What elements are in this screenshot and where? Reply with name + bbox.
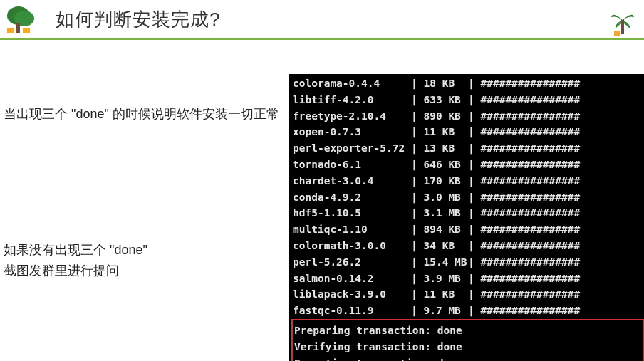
package-row: colorama-0.4.4| 18 KB| ################	[293, 75, 644, 92]
terminal-output: colorama-0.4.4| 18 KB| ################l…	[289, 74, 644, 361]
svg-rect-5	[621, 20, 624, 34]
package-row: perl-5.26.2| 15.4 MB| ################	[293, 254, 644, 271]
package-row: libtiff-4.2.0| 633 KB| ################	[293, 92, 644, 108]
transaction-line: Preparing transaction: done	[294, 323, 643, 339]
tree-left-icon	[6, 4, 38, 34]
transaction-list: Preparing transaction: doneVerifying tra…	[294, 323, 643, 361]
transaction-line: Verifying transaction: done	[294, 339, 643, 355]
package-row: liblapack-3.9.0| 11 KB| ################	[293, 286, 644, 303]
package-row: chardet-3.0.4| 170 KB| ################	[293, 173, 644, 189]
svg-rect-3	[7, 28, 14, 33]
package-row: freetype-2.10.4| 890 KB| ###############…	[293, 108, 644, 125]
package-list: colorama-0.4.4| 18 KB| ################l…	[293, 75, 644, 319]
package-row: fastqc-0.11.9| 9.7 MB| ################	[293, 303, 644, 319]
instruction-failure: 如果没有出现三个 "done" 截图发群里进行提问	[0, 240, 289, 281]
package-row: salmon-0.14.2| 3.9 MB| ################	[293, 271, 644, 287]
svg-rect-4	[23, 28, 30, 33]
svg-rect-6	[614, 31, 620, 36]
package-row: multiqc-1.10| 894 KB| ################	[293, 221, 644, 238]
package-row: xopen-0.7.3| 11 KB| ################	[293, 124, 644, 140]
package-row: tornado-6.1| 646 KB| ################	[293, 157, 644, 173]
palm-tree-icon	[610, 7, 635, 36]
package-row: hdf5-1.10.5| 3.1 MB| ################	[293, 205, 644, 221]
transaction-line: Executing transaction: done	[294, 355, 643, 361]
package-row: conda-4.9.2| 3.0 MB| ################	[293, 189, 644, 206]
slide-header: 如何判断安装完成?	[0, 0, 644, 40]
transaction-highlight-box: Preparing transaction: doneVerifying tra…	[291, 319, 644, 361]
package-row: perl-exporter-5.72| 13 KB| #############…	[293, 140, 644, 157]
instruction-failure-line1: 如果没有出现三个 "done"	[4, 240, 289, 261]
svg-rect-2	[16, 23, 20, 33]
instruction-success: 当出现三个 "done" 的时候说明软件安装一切正常	[0, 104, 289, 125]
instruction-failure-line2: 截图发群里进行提问	[4, 261, 289, 281]
page-title: 如何判断安装完成?	[56, 7, 220, 32]
package-row: colormath-3.0.0| 34 KB| ################	[293, 238, 644, 254]
instructions-column: 当出现三个 "done" 的时候说明软件安装一切正常 如果没有出现三个 "don…	[0, 74, 289, 361]
